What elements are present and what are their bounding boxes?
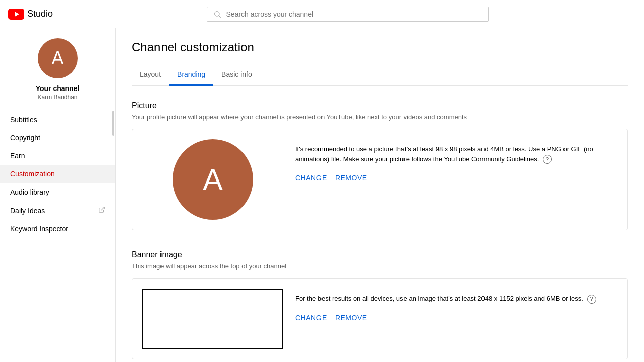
tab-branding[interactable]: Branding bbox=[169, 64, 213, 86]
daily-ideas-label: Daily Ideas bbox=[10, 207, 45, 215]
picture-description: Your profile picture will appear where y… bbox=[132, 113, 628, 121]
earn-label: Earn bbox=[10, 152, 25, 160]
banner-description: This image will appear across the top of… bbox=[132, 262, 628, 270]
banner-image-preview bbox=[142, 289, 283, 349]
tab-layout[interactable]: Layout bbox=[132, 64, 169, 86]
keyword-inspector-label: Keyword Inspector bbox=[10, 225, 68, 233]
banner-info-area: For the best results on all devices, use… bbox=[295, 289, 617, 349]
banner-section: Banner image This image will appear acro… bbox=[132, 250, 628, 359]
picture-info-text: It's recommended to use a picture that's… bbox=[295, 144, 617, 164]
picture-remove-button[interactable]: REMOVE bbox=[335, 174, 367, 182]
subtitles-label: Subtitles bbox=[10, 116, 37, 124]
picture-change-button[interactable]: CHANGE bbox=[295, 174, 327, 182]
picture-preview-area: A bbox=[142, 139, 283, 220]
studio-label: Studio bbox=[27, 9, 53, 19]
banner-help-icon[interactable]: ? bbox=[587, 295, 596, 304]
sidebar-item-earn[interactable]: Earn bbox=[0, 147, 115, 165]
picture-card: A It's recommended to use a picture that… bbox=[132, 129, 628, 230]
sidebar-item-customization[interactable]: Customization bbox=[0, 165, 115, 183]
sidebar-channel-name: Karm Bandhan bbox=[37, 94, 77, 101]
search-icon bbox=[213, 10, 221, 18]
sidebar-item-daily-ideas[interactable]: Daily Ideas bbox=[0, 201, 115, 220]
tabs-bar: Layout Branding Basic info bbox=[132, 64, 628, 86]
picture-actions: CHANGE REMOVE bbox=[295, 174, 617, 182]
body-area: A Your channel Karm Bandhan Subtitles Co… bbox=[0, 28, 644, 362]
search-bar[interactable] bbox=[207, 7, 489, 22]
sidebar-avatar: A bbox=[38, 38, 78, 78]
logo[interactable]: Studio bbox=[8, 9, 53, 20]
sidebar-item-subtitles[interactable]: Subtitles bbox=[0, 111, 115, 129]
copyright-label: Copyright bbox=[10, 134, 40, 142]
picture-info-area: It's recommended to use a picture that's… bbox=[295, 139, 617, 220]
picture-title: Picture bbox=[132, 101, 628, 110]
sidebar-channel-label: Your channel bbox=[36, 84, 80, 93]
sidebar-nav: Subtitles Copyright Earn Customization A… bbox=[0, 111, 115, 238]
tab-basic-info[interactable]: Basic info bbox=[213, 64, 260, 86]
audio-library-label: Audio library bbox=[10, 188, 49, 196]
sidebar-item-copyright[interactable]: Copyright bbox=[0, 129, 115, 147]
header: Studio bbox=[0, 0, 644, 28]
svg-point-2 bbox=[214, 11, 219, 16]
banner-actions: CHANGE REMOVE bbox=[295, 314, 617, 322]
banner-card: For the best results on all devices, use… bbox=[132, 278, 628, 359]
banner-change-button[interactable]: CHANGE bbox=[295, 314, 327, 322]
svg-line-3 bbox=[219, 16, 221, 18]
external-link-icon bbox=[98, 206, 105, 215]
banner-title: Banner image bbox=[132, 250, 628, 259]
svg-line-4 bbox=[101, 207, 104, 210]
profile-picture-preview: A bbox=[173, 139, 253, 220]
customization-label: Customization bbox=[10, 170, 55, 178]
sidebar: A Your channel Karm Bandhan Subtitles Co… bbox=[0, 28, 116, 362]
picture-help-icon[interactable]: ? bbox=[543, 155, 552, 164]
picture-section: Picture Your profile picture will appear… bbox=[132, 101, 628, 230]
sidebar-item-keyword-inspector[interactable]: Keyword Inspector bbox=[0, 220, 115, 238]
page-title: Channel customization bbox=[132, 40, 628, 54]
banner-preview-area bbox=[142, 289, 283, 349]
sidebar-item-audio-library[interactable]: Audio library bbox=[0, 183, 115, 201]
search-input[interactable] bbox=[226, 10, 482, 18]
youtube-icon bbox=[8, 9, 24, 20]
main-content: Channel customization Layout Branding Ba… bbox=[116, 28, 644, 362]
banner-info-text: For the best results on all devices, use… bbox=[295, 294, 617, 304]
banner-remove-button[interactable]: REMOVE bbox=[335, 314, 367, 322]
